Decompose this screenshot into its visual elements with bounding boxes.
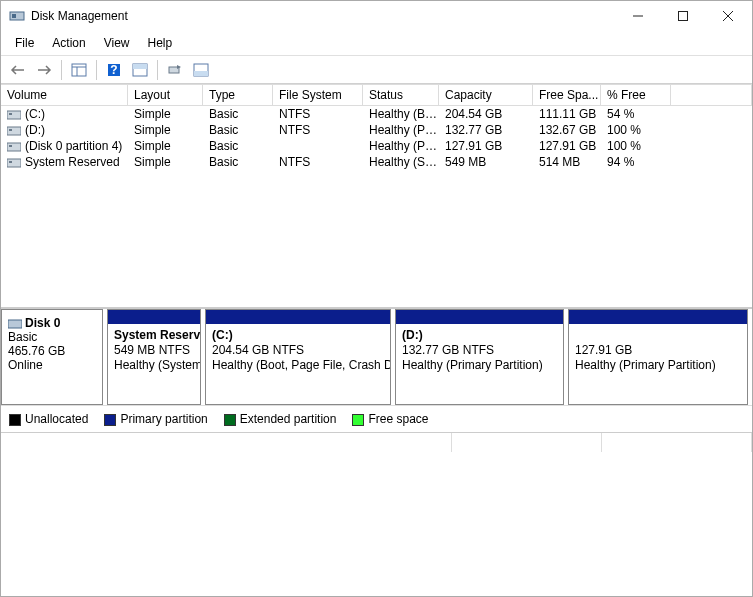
title-bar: Disk Management: [1, 1, 752, 31]
partition[interactable]: (C:)204.54 GB NTFSHealthy (Boot, Page Fi…: [205, 309, 391, 405]
partition-title: (C:): [212, 328, 384, 343]
col-status[interactable]: Status: [363, 85, 439, 105]
toolbar-separator: [61, 60, 62, 80]
svg-text:?: ?: [110, 63, 117, 77]
partition-size: 132.77 GB NTFS: [402, 343, 557, 358]
refresh-button[interactable]: [164, 59, 186, 81]
volume-capacity: 132.77 GB: [439, 122, 533, 138]
volume-status: Healthy (P…: [363, 122, 439, 138]
menu-bar: File Action View Help: [1, 31, 752, 56]
volume-pct: 54 %: [601, 106, 671, 122]
menu-file[interactable]: File: [7, 34, 42, 52]
col-filesystem[interactable]: File System: [273, 85, 363, 105]
close-button[interactable]: [705, 2, 750, 31]
volume-fs: NTFS: [273, 106, 363, 122]
disk-name: Disk 0: [25, 316, 60, 330]
disk-type: Basic: [8, 330, 96, 344]
col-freespace[interactable]: Free Spa...: [533, 85, 601, 105]
partition-size: 204.54 GB NTFS: [212, 343, 384, 358]
volume-name: System Reserved: [25, 155, 120, 169]
forward-button[interactable]: [33, 59, 55, 81]
disk-size: 465.76 GB: [8, 344, 96, 358]
menu-action[interactable]: Action: [44, 34, 93, 52]
minimize-button[interactable]: [615, 2, 660, 31]
partition-size: 127.91 GB: [575, 343, 741, 358]
back-button[interactable]: [7, 59, 29, 81]
svg-rect-15: [194, 71, 208, 76]
svg-rect-24: [8, 320, 22, 328]
maximize-button[interactable]: [660, 2, 705, 31]
disk-info[interactable]: Disk 0 Basic 465.76 GB Online: [1, 309, 103, 405]
svg-rect-6: [72, 64, 86, 76]
volume-list-header: Volume Layout Type File System Status Ca…: [1, 84, 752, 106]
disk-icon: [8, 319, 22, 329]
partition-status: Healthy (Primary Partition): [402, 358, 557, 373]
toolbar-separator: [96, 60, 97, 80]
volume-layout: Simple: [128, 122, 203, 138]
legend: Unallocated Primary partition Extended p…: [1, 405, 752, 432]
drive-icon: [7, 126, 21, 136]
col-capacity[interactable]: Capacity: [439, 85, 533, 105]
volume-status: Healthy (B…: [363, 106, 439, 122]
partition[interactable]: 127.91 GBHealthy (Primary Partition): [568, 309, 748, 405]
volume-layout: Simple: [128, 138, 203, 154]
status-bar: [1, 432, 752, 452]
app-icon: [9, 8, 25, 24]
partition-color-bar: [569, 310, 747, 324]
swatch-extended: [224, 414, 236, 426]
partition-title: System Reserv: [114, 328, 194, 343]
volume-layout: Simple: [128, 154, 203, 170]
svg-rect-23: [9, 161, 12, 163]
volume-name: (C:): [25, 107, 45, 121]
disk-state: Online: [8, 358, 96, 372]
volume-name: (Disk 0 partition 4): [25, 139, 122, 153]
volume-capacity: 127.91 GB: [439, 138, 533, 154]
volume-free: 514 MB: [533, 154, 601, 170]
legend-primary: Primary partition: [104, 412, 211, 426]
volume-row[interactable]: System ReservedSimpleBasicNTFSHealthy (S…: [1, 154, 752, 170]
svg-rect-19: [9, 129, 12, 131]
toolbar-separator: [157, 60, 158, 80]
partition-color-bar: [396, 310, 563, 324]
svg-rect-3: [678, 12, 687, 21]
volume-free: 127.91 GB: [533, 138, 601, 154]
svg-rect-17: [9, 113, 12, 115]
partition-size: 549 MB NTFS: [114, 343, 194, 358]
volume-status: Healthy (P…: [363, 138, 439, 154]
volume-name: (D:): [25, 123, 45, 137]
col-spacer: [671, 85, 752, 105]
view-top-button[interactable]: [129, 59, 151, 81]
svg-rect-21: [9, 145, 12, 147]
help-button[interactable]: ?: [103, 59, 125, 81]
volume-row[interactable]: (C:)SimpleBasicNTFSHealthy (B…204.54 GB1…: [1, 106, 752, 122]
col-layout[interactable]: Layout: [128, 85, 203, 105]
drive-icon: [7, 158, 21, 168]
view-bottom-button[interactable]: [190, 59, 212, 81]
volume-row[interactable]: (Disk 0 partition 4)SimpleBasicHealthy (…: [1, 138, 752, 154]
volume-type: Basic: [203, 106, 273, 122]
col-volume[interactable]: Volume: [1, 85, 128, 105]
partition[interactable]: System Reserv549 MB NTFSHealthy (System: [107, 309, 201, 405]
col-pctfree[interactable]: % Free: [601, 85, 671, 105]
svg-rect-12: [133, 64, 147, 69]
show-hide-tree-button[interactable]: [68, 59, 90, 81]
volume-list: Volume Layout Type File System Status Ca…: [1, 84, 752, 309]
partition[interactable]: (D:)132.77 GB NTFSHealthy (Primary Parti…: [395, 309, 564, 405]
menu-view[interactable]: View: [96, 34, 138, 52]
partition-status: Healthy (System: [114, 358, 194, 373]
volume-row[interactable]: (D:)SimpleBasicNTFSHealthy (P…132.77 GB1…: [1, 122, 752, 138]
svg-rect-1: [12, 14, 16, 18]
partition-title: (D:): [402, 328, 557, 343]
toolbar: ?: [1, 56, 752, 84]
volume-fs: [273, 138, 363, 154]
col-type[interactable]: Type: [203, 85, 273, 105]
volume-type: Basic: [203, 122, 273, 138]
volume-pct: 100 %: [601, 122, 671, 138]
drive-icon: [7, 142, 21, 152]
volume-type: Basic: [203, 154, 273, 170]
legend-unallocated: Unallocated: [9, 412, 92, 426]
partition-status: Healthy (Boot, Page File, Crash D: [212, 358, 384, 373]
menu-help[interactable]: Help: [140, 34, 181, 52]
legend-extended: Extended partition: [224, 412, 341, 426]
volume-layout: Simple: [128, 106, 203, 122]
